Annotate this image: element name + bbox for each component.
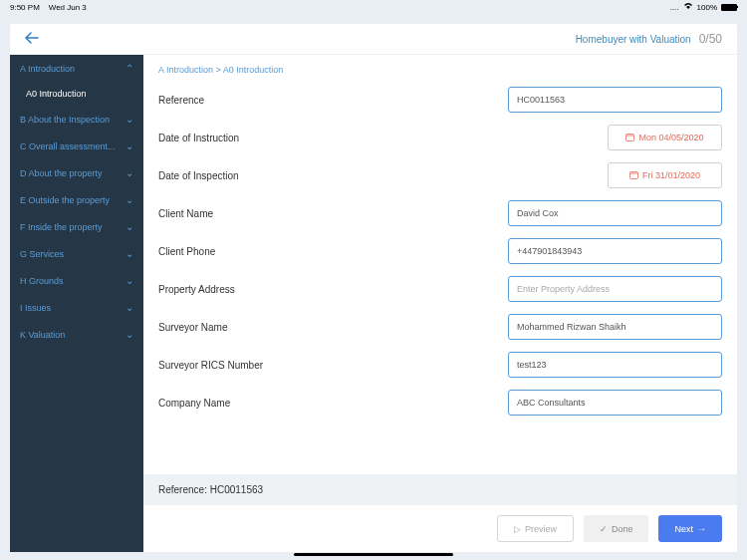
- next-button[interactable]: Next →: [658, 515, 722, 542]
- sidebar-item-k-valuation[interactable]: K Valuation ⌄: [10, 321, 143, 348]
- chevron-down-icon: ⌄: [125, 275, 133, 286]
- sidebar-item-label: B About the Inspection: [20, 115, 110, 125]
- surveyor-rics-input[interactable]: [508, 352, 722, 378]
- form-section: Reference Date of Instruction Mon 04/05/…: [143, 75, 737, 474]
- sidebar-item-b-about-inspection[interactable]: B About the Inspection ⌄: [10, 106, 143, 133]
- sidebar-item-label: F Inside the property: [20, 222, 103, 232]
- chevron-down-icon: ⌄: [125, 114, 133, 125]
- form-row-surveyor-rics: Surveyor RICS Number: [158, 352, 722, 378]
- home-indicator[interactable]: [294, 553, 453, 556]
- surveyor-name-input[interactable]: [508, 314, 722, 340]
- sidebar-item-label: I Issues: [20, 303, 51, 313]
- chevron-down-icon: ⌄: [125, 221, 133, 232]
- button-label: Done: [612, 524, 633, 534]
- breadcrumb[interactable]: A Introduction > A0 Introduction: [143, 55, 737, 75]
- chevron-down-icon: ⌄: [125, 167, 133, 178]
- sidebar-item-label: C Overall assessment...: [20, 141, 116, 151]
- status-date: Wed Jun 3: [49, 3, 87, 12]
- sidebar-item-label: G Services: [20, 249, 64, 259]
- form-row-property-address: Property Address: [158, 276, 722, 302]
- property-address-input[interactable]: [508, 276, 722, 302]
- header-title-group: Homebuyer with Valuation 0/50: [576, 32, 722, 46]
- check-icon: ✓: [600, 524, 608, 534]
- date-inspection-label: Date of Inspection: [158, 170, 239, 181]
- done-button[interactable]: ✓ Done: [584, 515, 649, 542]
- svg-rect-0: [626, 134, 634, 140]
- form-row-company-name: Company Name: [158, 390, 722, 416]
- sidebar: A Introduction ⌃ A0 Introduction B About…: [10, 55, 143, 552]
- reference-label: Reference: [158, 95, 204, 106]
- date-instruction-label: Date of Instruction: [158, 133, 239, 143]
- back-button[interactable]: [25, 30, 39, 48]
- header-title: Homebuyer with Valuation: [576, 34, 691, 45]
- chevron-down-icon: ⌄: [125, 194, 133, 205]
- content-area: A Introduction > A0 Introduction Referen…: [143, 55, 737, 552]
- date-inspection-button[interactable]: Fri 31/01/2020: [608, 162, 722, 188]
- status-time: 9:50 PM: [10, 3, 40, 12]
- client-name-input[interactable]: [508, 200, 722, 226]
- chevron-down-icon: ⌄: [125, 329, 133, 340]
- company-name-input[interactable]: [508, 390, 722, 416]
- sidebar-item-e-outside-property[interactable]: E Outside the property ⌄: [10, 186, 143, 213]
- footer-actions: ▷ Preview ✓ Done Next →: [143, 505, 737, 552]
- sidebar-item-f-inside-property[interactable]: F Inside the property ⌄: [10, 213, 143, 240]
- sidebar-item-label: A0 Introduction: [26, 89, 87, 99]
- sidebar-item-g-services[interactable]: G Services ⌄: [10, 240, 143, 267]
- sidebar-item-d-about-property[interactable]: D About the property ⌄: [10, 159, 143, 186]
- surveyor-name-label: Surveyor Name: [158, 322, 227, 333]
- button-label: Preview: [525, 524, 557, 534]
- form-row-date-instruction: Date of Instruction Mon 04/05/2020: [158, 125, 722, 150]
- date-instruction-button[interactable]: Mon 04/05/2020: [608, 125, 722, 150]
- sidebar-item-label: H Grounds: [20, 276, 64, 286]
- form-row-surveyor-name: Surveyor Name: [158, 314, 722, 340]
- property-address-label: Property Address: [158, 284, 235, 295]
- arrow-right-icon: →: [697, 524, 706, 534]
- client-phone-input[interactable]: [508, 238, 722, 264]
- reference-input[interactable]: [508, 87, 722, 113]
- calendar-icon: [625, 133, 634, 143]
- company-name-label: Company Name: [158, 398, 230, 409]
- header-counter: 0/50: [699, 32, 722, 46]
- date-value: Mon 04/05/2020: [638, 133, 703, 142]
- client-name-label: Client Name: [158, 208, 213, 219]
- chevron-down-icon: ⌄: [125, 302, 133, 313]
- status-right: .... 100%: [670, 2, 737, 12]
- form-row-client-phone: Client Phone: [158, 238, 722, 264]
- form-row-client-name: Client Name: [158, 200, 722, 226]
- signal-icon: ....: [670, 3, 679, 12]
- status-left: 9:50 PM Wed Jun 3: [10, 3, 87, 12]
- sidebar-item-i-issues[interactable]: I Issues ⌄: [10, 294, 143, 321]
- wifi-icon: [683, 2, 693, 12]
- form-row-reference: Reference: [158, 87, 722, 113]
- chevron-down-icon: ⌄: [125, 248, 133, 259]
- sidebar-item-label: D About the property: [20, 168, 103, 178]
- battery-icon: [721, 4, 737, 11]
- sidebar-item-label: A Introduction: [20, 64, 75, 74]
- client-phone-label: Client Phone: [158, 246, 215, 257]
- preview-button[interactable]: ▷ Preview: [497, 515, 574, 542]
- sidebar-subitem-a0-introduction[interactable]: A0 Introduction: [10, 82, 143, 106]
- chevron-down-icon: ⌄: [125, 140, 133, 151]
- svg-rect-2: [629, 171, 637, 178]
- play-icon: ▷: [514, 524, 521, 534]
- top-header: Homebuyer with Valuation 0/50: [10, 24, 737, 55]
- sidebar-item-a-introduction[interactable]: A Introduction ⌃: [10, 55, 143, 82]
- sidebar-item-label: K Valuation: [20, 330, 65, 340]
- calendar-icon: [629, 170, 638, 181]
- sidebar-item-h-grounds[interactable]: H Grounds ⌄: [10, 267, 143, 294]
- status-bar: 9:50 PM Wed Jun 3 .... 100%: [0, 0, 747, 14]
- sidebar-item-label: E Outside the property: [20, 195, 110, 205]
- battery-percent: 100%: [697, 3, 717, 12]
- surveyor-rics-label: Surveyor RICS Number: [158, 360, 263, 371]
- chevron-up-icon: ⌃: [125, 63, 133, 74]
- form-row-date-inspection: Date of Inspection Fri 31/01/2020: [158, 162, 722, 188]
- sidebar-item-c-overall-assessment[interactable]: C Overall assessment... ⌄: [10, 133, 143, 159]
- button-label: Next: [674, 524, 693, 534]
- main-layout: A Introduction ⌃ A0 Introduction B About…: [10, 55, 737, 552]
- reference-bar: Reference: HC0011563: [143, 474, 737, 505]
- date-value: Fri 31/01/2020: [642, 170, 700, 180]
- app-container: Homebuyer with Valuation 0/50 A Introduc…: [10, 24, 737, 552]
